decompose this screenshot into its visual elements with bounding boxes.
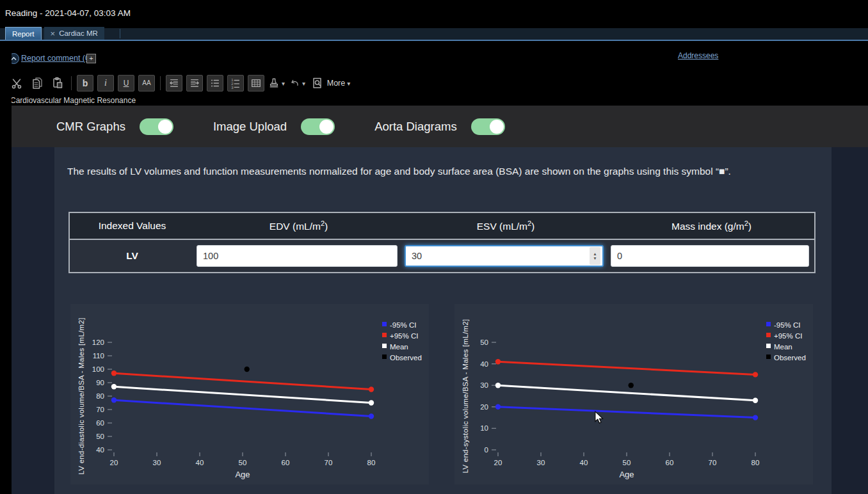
- cmr-graphs-label: CMR Graphs: [56, 120, 125, 134]
- svg-text:110: 110: [93, 352, 104, 360]
- image-upload-toggle[interactable]: [301, 118, 335, 135]
- svg-text:80: 80: [367, 459, 376, 466]
- font-size-button[interactable]: AA: [138, 75, 155, 92]
- svg-text:60: 60: [666, 459, 674, 466]
- paste-button[interactable]: [49, 75, 66, 92]
- svg-text:40: 40: [580, 459, 588, 466]
- svg-text:20: 20: [494, 459, 502, 466]
- legend-swatch: [766, 355, 771, 359]
- svg-text:50: 50: [623, 459, 631, 466]
- svg-text:40: 40: [480, 360, 488, 368]
- report-comment-link[interactable]: Report comment (0): [21, 54, 92, 63]
- add-comment-button[interactable]: +: [86, 54, 96, 63]
- svg-text:40: 40: [196, 459, 204, 466]
- undo-button[interactable]: ▾: [289, 75, 305, 92]
- svg-text:100: 100: [92, 365, 104, 373]
- tab-bar: Report × Cardiac MR: [0, 28, 868, 41]
- window-title: Reading - 2021-04-07, 03:03 AM: [5, 8, 131, 18]
- axes: [492, 342, 755, 456]
- toolbar-separator: [71, 76, 72, 90]
- indexed-values-table: Indexed Values EDV (mL/m2) ESV (mL/m2) M…: [68, 212, 816, 273]
- preview-button[interactable]: [309, 75, 326, 92]
- esv-chart: 0102030405020304050607080AgeLV end-systo…: [454, 304, 813, 484]
- header-edv: EDV (mL/m2): [195, 219, 403, 232]
- mouse-cursor: [594, 411, 604, 427]
- table-header-row: Indexed Values EDV (mL/m2) ESV (mL/m2) M…: [70, 213, 814, 240]
- series--95-ci: [495, 404, 758, 420]
- svg-text:30: 30: [480, 381, 488, 389]
- legend-label: Observed: [390, 354, 422, 362]
- edv-chart: 40506070809010011012020304050607080AgeLV…: [70, 304, 429, 484]
- toggle-bar: CMR Graphs Image Upload Aorta Diagrams: [0, 106, 868, 147]
- svg-text:3: 3: [231, 86, 233, 89]
- esv-chart-panel: 0102030405020304050607080AgeLV end-systo…: [454, 304, 813, 484]
- lv-row-label: LV: [70, 250, 195, 262]
- toggle-knob: [319, 120, 334, 134]
- font-size-icon: AA: [142, 80, 150, 86]
- title-bar: Reading - 2021-04-07, 03:03 AM: [0, 0, 868, 28]
- svg-text:30: 30: [537, 459, 545, 466]
- cmr-graphs-toggle[interactable]: [140, 118, 173, 135]
- edv-input[interactable]: [197, 245, 398, 267]
- toggle-knob: [158, 120, 172, 134]
- edv-chart-panel: 40506070809010011012020304050607080AgeLV…: [70, 304, 429, 484]
- number-stepper[interactable]: ▲▼: [590, 247, 600, 265]
- tab-cardiac-mr-label: Cardiac MR: [59, 29, 98, 37]
- toolbar-separator: [160, 76, 161, 90]
- legend: -95% CI+95% CIMeanObserved: [382, 321, 422, 362]
- outdent-button[interactable]: [166, 75, 182, 92]
- copy-icon: [31, 77, 44, 90]
- paste-icon: [51, 77, 64, 90]
- svg-text:20: 20: [480, 403, 488, 411]
- indent-button[interactable]: [186, 75, 203, 92]
- legend-swatch: [382, 322, 387, 326]
- legend-swatch: [382, 333, 387, 337]
- svg-text:50: 50: [239, 459, 247, 466]
- toolbar: biUAA123▾▾More▾: [8, 74, 346, 93]
- close-icon[interactable]: ×: [51, 29, 56, 38]
- x-axis-label: Age: [235, 470, 250, 479]
- svg-text:80: 80: [96, 392, 104, 400]
- copy-button[interactable]: [29, 75, 45, 92]
- undo-icon: [289, 77, 300, 90]
- left-rail: [0, 42, 12, 494]
- bold-icon: b: [83, 79, 88, 88]
- italic-button[interactable]: i: [97, 75, 114, 92]
- cmr-graphs-group: CMR Graphs: [56, 118, 173, 135]
- numbered-list-button[interactable]: 123: [227, 75, 244, 92]
- right-margin-zone: [832, 147, 868, 494]
- bullet-list-button[interactable]: [207, 75, 223, 92]
- aorta-diagrams-toggle[interactable]: [471, 118, 505, 135]
- legend-swatch: [766, 333, 771, 337]
- indent-icon: [189, 77, 200, 89]
- legend-label: Observed: [774, 354, 806, 362]
- underline-button[interactable]: U: [118, 75, 134, 92]
- image-upload-label: Image Upload: [213, 120, 287, 134]
- svg-text:70: 70: [325, 459, 333, 466]
- legend-swatch: [382, 355, 387, 359]
- legend-label: -95% CI: [774, 321, 801, 329]
- insert-table-button[interactable]: [248, 75, 264, 92]
- header-indexed-values: Indexed Values: [70, 220, 195, 232]
- underline-icon: U: [124, 79, 129, 87]
- tab-cardiac-mr[interactable]: × Cardiac MR: [44, 27, 104, 40]
- graphs-description: The results of LV volumes and function m…: [67, 163, 787, 180]
- stamp-button[interactable]: ▾: [268, 75, 285, 92]
- app-window: Reading - 2021-04-07, 03:03 AM Report × …: [0, 0, 868, 494]
- legend-swatch: [766, 322, 771, 326]
- mass-index-input[interactable]: [611, 245, 809, 267]
- svg-text:30: 30: [153, 459, 161, 466]
- tab-report[interactable]: Report: [5, 27, 42, 40]
- tick-labels: 40506070809010011012020304050607080: [92, 339, 376, 466]
- series--95-ci: [495, 359, 758, 378]
- x-axis-label: Age: [619, 470, 634, 479]
- legend-label: -95% CI: [390, 321, 417, 329]
- bold-button[interactable]: b: [77, 75, 93, 92]
- addressees-link[interactable]: Addressees: [678, 51, 718, 60]
- esv-input[interactable]: [405, 245, 604, 267]
- stamp-icon: [268, 77, 280, 90]
- more-button[interactable]: More▾: [330, 75, 346, 92]
- svg-text:70: 70: [709, 459, 717, 466]
- aorta-diagrams-group: Aorta Diagrams: [374, 118, 505, 135]
- image-upload-group: Image Upload: [213, 118, 335, 135]
